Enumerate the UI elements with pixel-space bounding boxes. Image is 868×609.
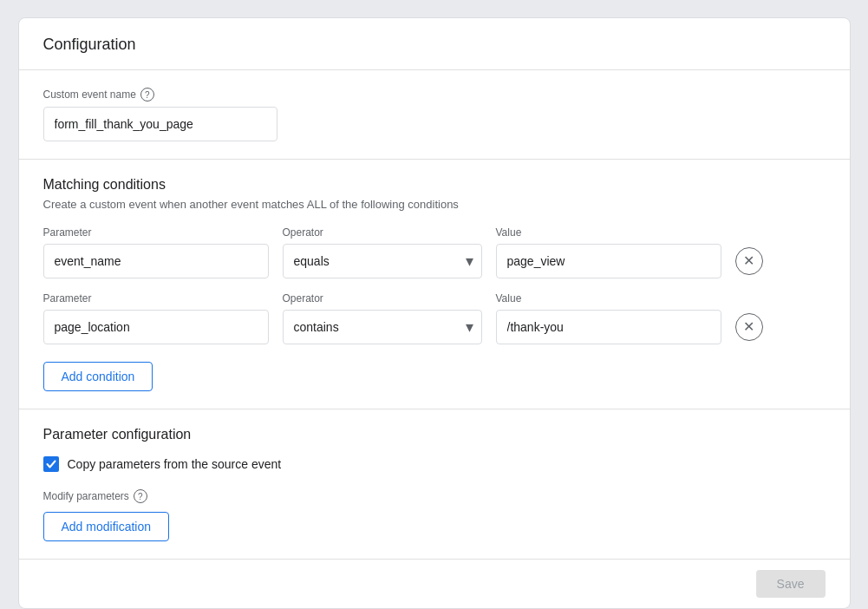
condition-row-1: Parameter Operator equals contains start… [43,226,826,278]
condition-2-operator-label: Operator [283,292,482,304]
checkmark-icon [46,459,56,469]
copy-parameters-row: Copy parameters from the source event [43,456,826,472]
condition-1-value-input[interactable] [496,244,721,278]
condition-1-param-input[interactable] [43,244,269,278]
condition-1-param-label: Parameter [43,226,269,239]
condition-2-value-input[interactable] [496,310,721,344]
condition-2-operator-select[interactable]: equals contains starts with ends with [283,310,482,344]
matching-conditions-heading: Matching conditions [43,177,826,193]
condition-1-remove-button[interactable]: ✕ [735,247,763,275]
condition-2-remove-icon: ✕ [743,320,754,334]
condition-1-operator-wrapper: equals contains starts with ends with ▾ [283,244,482,278]
condition-row-2: Parameter Operator equals contains start… [43,292,826,344]
footer: Save [19,559,850,608]
modify-parameters-help-icon[interactable]: ? [134,489,147,503]
modify-parameters-label-row: Modify parameters ? [43,489,826,503]
add-modification-button[interactable]: Add modification [43,512,170,541]
configuration-card: Configuration Custom event name ? Matchi… [18,17,851,609]
condition-2-param-field: Parameter [43,292,269,344]
card-title: Configuration [19,18,850,70]
condition-1-remove-icon: ✕ [743,254,754,268]
condition-1-value-label: Value [496,226,721,239]
condition-1-operator-field: Operator equals contains starts with end… [283,226,482,278]
copy-parameters-label: Copy parameters from the source event [68,457,282,471]
custom-event-section: Custom event name ? [19,70,850,160]
condition-2-value-label: Value [496,292,721,304]
custom-event-name-input[interactable] [43,107,277,141]
custom-event-label-row: Custom event name ? [43,88,826,102]
custom-event-label: Custom event name [43,88,136,101]
condition-1-value-field: Value [496,226,721,278]
condition-1-operator-select[interactable]: equals contains starts with ends with [283,244,482,278]
condition-2-operator-field: Operator equals contains starts with end… [283,292,482,344]
condition-2-value-field: Value [496,292,721,344]
save-button[interactable]: Save [756,570,826,598]
copy-parameters-checkbox[interactable] [43,456,59,472]
custom-event-help-icon[interactable]: ? [140,88,154,102]
condition-2-remove-button[interactable]: ✕ [735,313,763,341]
add-condition-button[interactable]: Add condition [43,362,153,391]
condition-1-param-field: Parameter [43,226,269,278]
condition-2-operator-wrapper: equals contains starts with ends with ▾ [283,310,482,344]
condition-1-operator-label: Operator [283,226,482,239]
condition-2-param-input[interactable] [43,310,269,344]
condition-2-param-label: Parameter [43,292,269,304]
matching-conditions-description: Create a custom event when another event… [43,198,826,211]
modify-parameters-label: Modify parameters [43,490,129,502]
parameter-configuration-heading: Parameter configuration [43,427,826,442]
matching-conditions-section: Matching conditions Create a custom even… [19,160,850,409]
parameter-configuration-section: Parameter configuration Copy parameters … [19,409,850,559]
